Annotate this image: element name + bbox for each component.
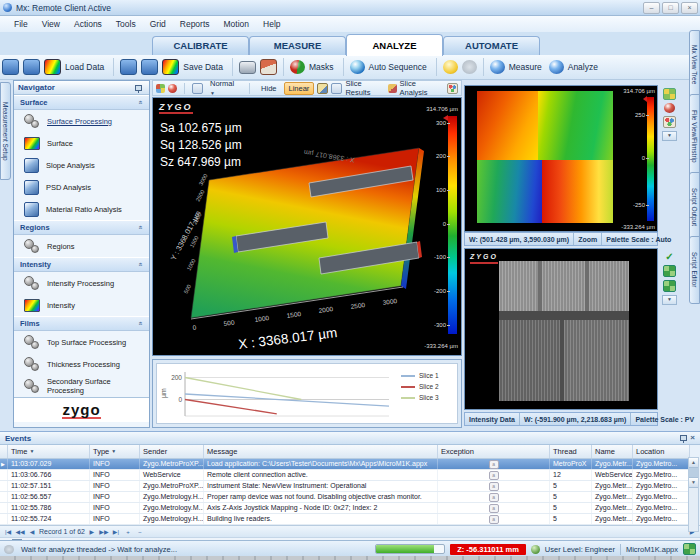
- nav-item-psd-analysis[interactable]: PSD Analysis: [14, 176, 149, 198]
- app-grid-icon[interactable]: [683, 543, 696, 555]
- nav-item-surface-processing[interactable]: Surface Processing: [14, 110, 149, 132]
- palette-icon[interactable]: [447, 83, 458, 94]
- pager-first[interactable]: |◀: [3, 528, 13, 535]
- pager-next[interactable]: ▶: [87, 528, 97, 535]
- printer-icon[interactable]: [239, 61, 256, 74]
- pager-next-page[interactable]: ▶▶: [99, 528, 109, 535]
- events-scrollbar[interactable]: ▲ ▼: [688, 457, 699, 532]
- tile-views-icon[interactable]: [663, 280, 676, 292]
- collapse-icon[interactable]: «: [138, 263, 145, 267]
- collapse-icon[interactable]: «: [138, 322, 145, 326]
- section-surface[interactable]: Surface «: [14, 95, 149, 110]
- table-row[interactable]: 11:02:56.557INFO Zygo.Metrology.H...Prop…: [0, 492, 690, 503]
- grid-view-icon[interactable]: [156, 84, 165, 93]
- measure-icon[interactable]: [490, 60, 505, 74]
- intensity-map[interactable]: [499, 261, 629, 401]
- masks-icon[interactable]: [290, 60, 305, 74]
- pager-add[interactable]: +: [123, 529, 133, 535]
- home-icon[interactable]: [260, 59, 277, 75]
- table-row[interactable]: 11:02:55.724INFO Zygo.Metrology.H...Buil…: [0, 514, 690, 525]
- open-data-icon[interactable]: [2, 59, 19, 75]
- palette-icon[interactable]: [663, 116, 676, 128]
- pin-icon[interactable]: [680, 435, 687, 441]
- nav-item-top-surface-processing[interactable]: Top Surface Processing: [14, 331, 149, 353]
- save-copy-icon[interactable]: [141, 59, 158, 75]
- pager-remove[interactable]: −: [135, 529, 145, 535]
- section-intensity[interactable]: Intensity «: [14, 257, 149, 272]
- slice-results-icon[interactable]: [331, 83, 342, 94]
- slice-analysis-button[interactable]: Slice Analysis: [400, 79, 441, 97]
- collapse-icon[interactable]: «: [138, 226, 145, 230]
- pager-last[interactable]: ▶|: [111, 528, 121, 535]
- tab-calibrate[interactable]: CALIBRATE: [152, 36, 249, 55]
- nav-item-secondary-surface-processing[interactable]: Secondary Surface Processing: [14, 375, 149, 397]
- close-icon[interactable]: ×: [690, 434, 695, 442]
- analyze-button[interactable]: Analyze: [568, 62, 598, 72]
- surface-3d-canvas[interactable]: 0 500 1000 1500 2000 2500 3000 500 1000 …: [159, 106, 439, 356]
- col-name[interactable]: Name: [592, 445, 633, 458]
- section-films[interactable]: Films «: [14, 316, 149, 331]
- nav-item-thickness-processing[interactable]: Thickness Processing: [14, 353, 149, 375]
- linear-toggle[interactable]: Linear: [284, 82, 315, 95]
- auto-sequence-icon[interactable]: [350, 60, 365, 74]
- save-data-button[interactable]: Save Data: [183, 62, 223, 72]
- nav-item-intensity-processing[interactable]: Intensity Processing: [14, 272, 149, 294]
- tab-analyze[interactable]: ANALYZE: [346, 34, 443, 56]
- table-row[interactable]: 11:02:55.786INFO Zygo.Metrology.M...Axis…: [0, 503, 690, 514]
- nav-item-intensity[interactable]: Intensity: [14, 294, 149, 316]
- hide-button[interactable]: Hide: [257, 83, 280, 94]
- menu-grid[interactable]: Grid: [143, 19, 173, 29]
- height-map[interactable]: [477, 91, 613, 223]
- lightbulb-icon[interactable]: [443, 60, 458, 74]
- tab-automate[interactable]: AUTOMATE: [443, 36, 540, 55]
- save-as-icon[interactable]: [120, 59, 137, 75]
- col-type[interactable]: Type▼: [90, 445, 140, 458]
- col-time[interactable]: Time▼: [8, 445, 90, 458]
- table-row[interactable]: 11:03:06.766INFO WebServiceRemote client…: [0, 470, 690, 481]
- col-thread[interactable]: Thread: [550, 445, 592, 458]
- more-options-icon[interactable]: ▼: [662, 295, 677, 305]
- menu-help[interactable]: Help: [256, 19, 287, 29]
- table-icon[interactable]: [192, 83, 203, 94]
- minimize-button[interactable]: –: [643, 2, 660, 14]
- table-row[interactable]: ▶ 11:03:07.029INFO Zygo.MetroProXP...Loa…: [0, 459, 690, 470]
- nav-item-material-ratio-analysis[interactable]: Material Ratio Analysis: [14, 198, 149, 220]
- check-icon[interactable]: ✓: [665, 252, 673, 262]
- analyze-icon[interactable]: [549, 60, 564, 74]
- tile-views-icon[interactable]: [663, 265, 676, 277]
- tab-measure[interactable]: MEASURE: [249, 36, 346, 55]
- section-regions[interactable]: Regions «: [14, 220, 149, 235]
- zoom-mode[interactable]: Zoom: [574, 233, 602, 245]
- collapse-icon[interactable]: «: [138, 101, 145, 105]
- menu-motion[interactable]: Motion: [217, 19, 257, 29]
- tab-file-view-filmstrip[interactable]: File View/Filmstrip: [689, 94, 700, 178]
- intensity-panel[interactable]: ZYGO: [464, 248, 658, 410]
- masks-button[interactable]: Masks: [309, 62, 334, 72]
- menu-file[interactable]: File: [0, 19, 35, 29]
- table-row[interactable]: 11:02:57.151INFO Zygo.MetroProXP...Instr…: [0, 481, 690, 492]
- nav-item-surface[interactable]: Surface: [14, 132, 149, 154]
- data-sphere-icon[interactable]: [664, 103, 675, 113]
- restore-button[interactable]: □: [662, 2, 679, 14]
- slice-results-button[interactable]: Slice Results: [345, 79, 384, 97]
- save-data-icon[interactable]: [162, 59, 179, 75]
- load-data-icon[interactable]: [44, 59, 61, 75]
- col-location[interactable]: Location: [633, 445, 690, 458]
- top-view-panel[interactable]: 314.706 µm 250 0 -250 -333.264 µm: [464, 85, 658, 232]
- palette-scale[interactable]: Palette Scale : Auto: [602, 233, 675, 245]
- data-sphere-icon[interactable]: [168, 84, 177, 93]
- close-button[interactable]: ×: [681, 2, 698, 14]
- col-exception[interactable]: Exception: [438, 445, 550, 458]
- pin-icon[interactable]: [135, 85, 142, 91]
- open-recent-icon[interactable]: [23, 59, 40, 75]
- col-sender[interactable]: Sender: [140, 445, 204, 458]
- slice-analysis-icon[interactable]: [388, 84, 397, 93]
- more-options-icon[interactable]: ▼: [662, 131, 677, 141]
- tab-measurement-setup[interactable]: Measurement Setup: [0, 82, 11, 180]
- pager-prev-page[interactable]: ◀◀: [15, 528, 25, 535]
- menu-tools[interactable]: Tools: [109, 19, 143, 29]
- menu-reports[interactable]: Reports: [173, 19, 217, 29]
- surface-3d-plot[interactable]: ZYGO Sa 102.675 µm Sq 128.526 µm Sz 647.…: [152, 97, 462, 356]
- col-message[interactable]: Message: [204, 445, 438, 458]
- nav-item-regions[interactable]: Regions: [14, 235, 149, 257]
